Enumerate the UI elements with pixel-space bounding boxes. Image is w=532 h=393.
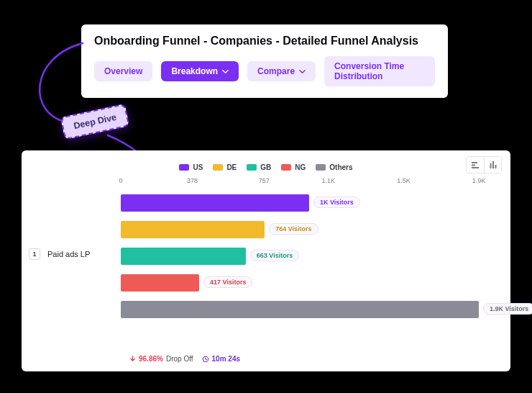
avg-time-stat: 10m 24s — [202, 355, 240, 363]
view-vertical-bar-button[interactable] — [484, 157, 501, 173]
swatch-icon — [179, 164, 189, 171]
clock-icon — [202, 356, 209, 363]
x-tick: 0 — [119, 177, 122, 184]
tab-row: Overview Breakdown Compare Conversion Ti… — [94, 56, 435, 86]
funnel-step-name: Paid ads LP — [47, 250, 90, 258]
legend-item-gb: GB — [247, 163, 271, 171]
drop-off-text: Drop Off — [166, 355, 193, 363]
chart-card: US DE GB NG Others 1 Paid ads LP 0 378 7… — [22, 150, 510, 371]
tab-compare-label: Compare — [257, 66, 295, 76]
legend-label: DE — [226, 163, 237, 171]
drop-off-stat: 96.86% Drop Off — [129, 355, 193, 363]
svg-rect-2 — [472, 167, 479, 168]
funnel-step-index: 1 — [29, 248, 40, 260]
svg-rect-0 — [472, 162, 477, 163]
arrow-down-icon — [129, 356, 136, 362]
legend-label: NG — [295, 163, 306, 171]
x-tick: 1.1K — [322, 177, 336, 184]
x-axis-ticks: 0 378 757 1.1K 1.5K 1.9K — [121, 177, 479, 187]
bar-others[interactable] — [121, 301, 479, 318]
x-tick: 1.5K — [397, 177, 411, 184]
swatch-icon — [213, 164, 223, 171]
funnel-step-label: 1 Paid ads LP — [29, 248, 114, 260]
legend-label: Others — [329, 163, 352, 171]
bar-value-label: 764 Visitors — [269, 223, 318, 235]
bar-row-others: 1.9K Visitors — [121, 299, 479, 320]
funnel-header-card: Onboarding Funnel - Companies - Detailed… — [81, 24, 448, 98]
bar-de[interactable] — [121, 221, 265, 238]
tab-overview[interactable]: Overview — [94, 61, 152, 81]
avg-time-value: 10m 24s — [212, 355, 240, 363]
page-title: Onboarding Funnel - Companies - Detailed… — [94, 35, 435, 48]
legend-item-de: DE — [213, 163, 237, 171]
legend-label: GB — [260, 163, 271, 171]
svg-rect-1 — [472, 165, 475, 166]
bar-us[interactable] — [121, 194, 309, 212]
swatch-icon — [281, 164, 291, 171]
legend-item-ng: NG — [281, 163, 306, 171]
tab-breakdown-label: Breakdown — [171, 66, 218, 76]
svg-rect-5 — [495, 165, 496, 168]
deep-dive-label: Deep Dive — [73, 112, 117, 131]
x-tick: 757 — [259, 177, 270, 184]
x-tick: 1.9K — [472, 177, 486, 184]
chevron-down-icon — [299, 68, 306, 75]
swatch-icon — [316, 164, 326, 171]
tab-conversion-time[interactable]: Conversion Time Distribution — [324, 56, 435, 86]
x-tick: 378 — [187, 177, 198, 184]
chevron-down-icon — [222, 68, 229, 75]
bar-row-gb: 663 Visitors — [121, 246, 479, 266]
legend-item-us: US — [179, 163, 203, 171]
bars-container: 1K Visitors 764 Visitors 663 Visitors 41… — [121, 193, 479, 321]
svg-rect-4 — [492, 161, 494, 168]
swatch-icon — [247, 164, 257, 171]
bar-row-ng: 417 Visitors — [121, 273, 479, 293]
tab-breakdown[interactable]: Breakdown — [161, 61, 239, 81]
bar-row-us: 1K Visitors — [121, 193, 479, 213]
bar-row-de: 764 Visitors — [121, 220, 479, 240]
deep-dive-badge: Deep Dive — [60, 104, 130, 140]
chart-legend: US DE GB NG Others — [33, 163, 499, 171]
bar-gb[interactable] — [121, 248, 246, 265]
tab-overview-label: Overview — [104, 66, 142, 76]
bar-value-label: 1.9K Visitors — [483, 303, 532, 315]
bar-value-label: 1K Visitors — [313, 196, 360, 208]
drop-off-pct: 96.86% — [139, 355, 163, 363]
tab-conversion-time-label: Conversion Time Distribution — [334, 61, 425, 81]
bar-value-label: 663 Visitors — [250, 250, 299, 261]
chart-footer-stats: 96.86% Drop Off 10m 24s — [129, 355, 240, 363]
bar-value-label: 417 Visitors — [203, 276, 252, 288]
bar-ng[interactable] — [121, 274, 199, 292]
legend-item-others: Others — [316, 163, 352, 171]
legend-label: US — [193, 163, 203, 171]
chart-plot-area: 0 378 757 1.1K 1.5K 1.9K 1K Visitors 764… — [121, 177, 479, 321]
view-horizontal-bar-button[interactable] — [467, 157, 484, 173]
tab-compare[interactable]: Compare — [247, 61, 316, 81]
svg-rect-3 — [490, 163, 491, 168]
chart-toolbar — [466, 156, 502, 173]
